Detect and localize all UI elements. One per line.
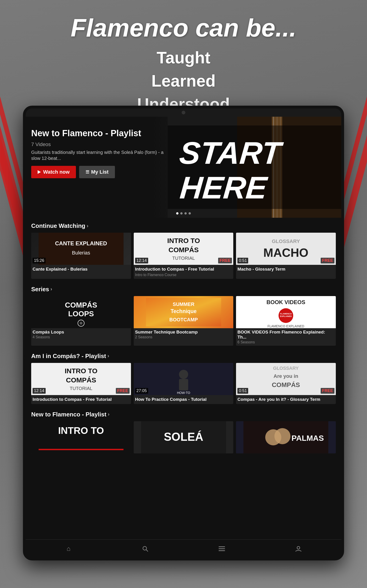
video-duration-howto: 27:05 [135, 388, 148, 394]
dot-2[interactable] [180, 212, 183, 215]
video-duration-intro-2: 12:14 [33, 388, 46, 394]
dot-3[interactable] [184, 212, 187, 215]
svg-text:HERE: HERE [178, 170, 269, 205]
nav-item-home[interactable]: ⌂ [65, 545, 73, 553]
new-to-flamenco-title: New to Flamenco - Playlist › [31, 411, 336, 418]
thumb-cante: CANTE EXPLAINED Bulerias 15:26 [31, 233, 131, 265]
svg-text:PALMAS: PALMAS [292, 434, 324, 442]
app-screen: START HERE New to Flamenco - Playlist 7 … [26, 117, 341, 558]
video-card-howto-practice[interactable]: HOW-TO 27:05 How To Practice Compas - Tu… [134, 363, 234, 404]
svg-text:GLOSSARY: GLOSSARY [273, 366, 299, 371]
thumb-intro-bottom: INTRO TO [31, 421, 131, 453]
svg-text:BOOTCAMP: BOOTCAMP [169, 317, 198, 322]
series-grid: COMPÁS LOOPS Compás Loops 4 Seasons [31, 296, 336, 346]
series-seasons-bootcamp: 2 Seasons [135, 335, 232, 339]
tablet-wrapper: START HERE New to Flamenco - Playlist 7 … [23, 106, 344, 588]
thumb-loops: COMPÁS LOOPS [31, 296, 131, 328]
series-title-bookvideos: BOOK VIDEOS From Flamenco Explained: Th.… [237, 330, 334, 340]
video-subtitle-intro: Intro to Flamenco Course [135, 273, 232, 277]
video-info-areyou: Compas - Are you In it? - Glossary Term [236, 395, 336, 404]
video-title-intro: Introduction to Compas - Free Tutorial [135, 267, 232, 272]
video-card-compas-areyou[interactable]: GLOSSARY Are you in COMPÁS 0:51 FREE Com… [236, 363, 336, 404]
hero-title: New to Flamenco - Playlist [31, 128, 164, 139]
svg-text:HOW-TO: HOW-TO [177, 391, 190, 395]
video-title-macho: Macho - Glossary Term [237, 267, 334, 272]
video-duration-intro: 12:14 [135, 258, 148, 263]
thumb-intro-2: INTRO TO COMPÁS TUTORIAL 12:14 FREE [31, 363, 131, 395]
series-title-loops: Compás Loops [33, 330, 130, 335]
tablet-camera [182, 111, 185, 114]
tablet-device: START HERE New to Flamenco - Playlist 7 … [23, 106, 344, 561]
bottom-navigation: ⌂ [26, 539, 341, 558]
svg-text:MACHO: MACHO [263, 246, 308, 259]
hero-description: Guitarists traditionally start learning … [31, 149, 164, 161]
svg-rect-59 [219, 548, 225, 549]
am-in-compas-grid: INTRO TO COMPÁS TUTORIAL 12:14 FREE Intr… [31, 363, 336, 404]
svg-point-24 [80, 322, 82, 325]
video-info-macho: Macho - Glossary Term [236, 265, 336, 274]
video-card-cante[interactable]: CANTE EXPLAINED Bulerias 15:26 Cante Exp… [31, 233, 131, 279]
hero-guitar-image: START HERE [168, 117, 341, 218]
svg-text:COMPÁS: COMPÁS [65, 301, 97, 309]
video-card-solea[interactable]: SOLEÁ [134, 421, 234, 453]
video-title-howto: How To Practice Compas - Tutorial [135, 397, 232, 402]
new-to-flamenco-arrow[interactable]: › [108, 411, 109, 417]
series-card-bookvideos[interactable]: BOOK VIDEOS FLAMENCO EXPLAINED FLAMENCO … [236, 296, 336, 346]
svg-point-54 [275, 428, 291, 444]
video-card-intro-compas-2[interactable]: INTRO TO COMPÁS TUTORIAL 12:14 FREE Intr… [31, 363, 131, 404]
svg-text:EXPLAINED: EXPLAINED [280, 315, 292, 317]
thumb-intro-compas: INTRO TO COMPÁS TUTORIAL 12:14 FREE [134, 233, 234, 265]
svg-text:INTRO TO: INTRO TO [65, 367, 98, 375]
am-in-compas-section: Am I in Compás? - Playlist › INTRO TO CO… [26, 348, 341, 406]
series-info-bookvideos: BOOK VIDEOS From Flamenco Explained: Th.… [236, 328, 336, 346]
svg-text:INTRO TO: INTRO TO [167, 237, 200, 244]
nav-item-account[interactable] [294, 545, 302, 553]
svg-text:LOOPS: LOOPS [68, 310, 94, 318]
series-section-title: Series › [31, 286, 336, 293]
video-card-macho[interactable]: GLOSSARY MACHO 0:51 FREE Macho - Glossar… [236, 233, 336, 279]
svg-text:TUTORIAL: TUTORIAL [70, 386, 92, 391]
svg-point-56 [143, 546, 147, 550]
svg-line-57 [146, 550, 148, 552]
video-free-badge-macho: FREE [321, 258, 334, 263]
dot-4[interactable] [189, 212, 191, 215]
subtext-line-2: Learned [0, 69, 367, 93]
svg-text:Bulerias: Bulerias [72, 250, 90, 256]
thumb-howto: HOW-TO 27:05 [134, 363, 234, 395]
hero-buttons: Watch now ☰ My List [31, 166, 164, 178]
svg-point-61 [297, 546, 300, 549]
video-info-howto: How To Practice Compas - Tutorial [134, 395, 234, 404]
video-card-intro-compas[interactable]: INTRO TO COMPÁS TUTORIAL 12:14 FREE Intr… [134, 233, 234, 279]
thumb-palmas: PALMAS [236, 421, 336, 453]
continue-watching-arrow[interactable]: › [87, 223, 88, 229]
header-section: Flamenco can be... Taught Learned Unders… [0, 14, 367, 115]
svg-text:CANTE EXPLAINED: CANTE EXPLAINED [55, 240, 107, 246]
checklist-icon: ☰ [85, 170, 89, 174]
thumb-compas-areyou: GLOSSARY Are you in COMPÁS 0:51 FREE [236, 363, 336, 395]
video-free-badge-areyou: FREE [321, 388, 334, 394]
am-in-compas-arrow[interactable]: › [108, 353, 109, 359]
series-card-loops[interactable]: COMPÁS LOOPS Compás Loops 4 Seasons [31, 296, 131, 346]
svg-rect-41 [179, 379, 188, 390]
video-card-intro-bottom[interactable]: INTRO TO [31, 421, 131, 453]
account-icon [294, 545, 302, 553]
nav-item-menu[interactable] [218, 545, 226, 553]
series-arrow[interactable]: › [50, 286, 52, 292]
home-icon: ⌂ [65, 545, 73, 553]
series-card-bootcamp[interactable]: SUMMER Technique BOOTCAMP Summer Techniq… [134, 296, 234, 346]
svg-rect-10 [39, 233, 123, 265]
svg-text:Are you in: Are you in [274, 373, 298, 379]
watch-now-button[interactable]: Watch now [31, 166, 76, 178]
video-free-badge-intro-2: FREE [116, 388, 130, 394]
nav-item-search[interactable] [141, 545, 149, 553]
series-seasons-loops: 4 Seasons [33, 335, 130, 339]
video-duration-cante: 15:26 [33, 258, 46, 263]
svg-rect-49 [39, 449, 123, 450]
svg-rect-58 [219, 546, 225, 547]
video-card-palmas[interactable]: PALMAS [236, 421, 336, 453]
dot-1[interactable] [176, 212, 178, 215]
my-list-button[interactable]: ☰ My List [79, 166, 115, 178]
main-headline: Flamenco can be... [0, 14, 367, 42]
video-duration-areyou: 0:51 [237, 388, 248, 394]
series-info-loops: Compás Loops 4 Seasons [31, 328, 131, 341]
